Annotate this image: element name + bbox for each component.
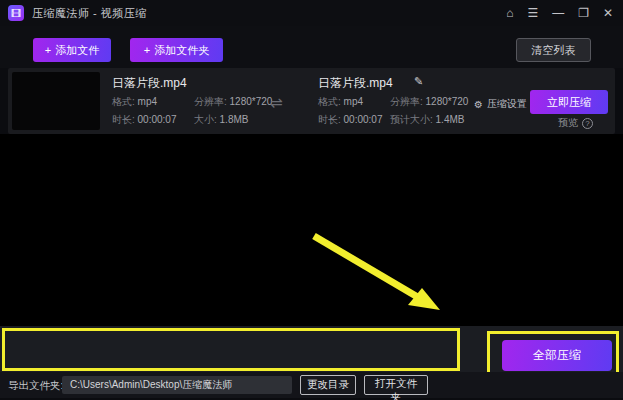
file-list-item[interactable]: 日落片段.mp4 格式: mp4 分辨率: 1280*720 时长: 00:00… [8, 68, 615, 134]
add-folder-button[interactable]: + 添加文件夹 [130, 38, 223, 62]
source-file-name: 日落片段.mp4 [112, 75, 187, 92]
output-estimated-size: 预计大小: 1.4MB [390, 113, 464, 127]
title-bar: 🎞 压缩魔法师 - 视频压缩 ⌂ ☰ — ❐ ✕ [0, 0, 623, 26]
compression-settings-label: 压缩设置 [487, 97, 527, 111]
video-thumbnail [12, 72, 100, 130]
change-directory-button[interactable]: 更改目录 [300, 375, 356, 395]
compression-settings-button[interactable]: ⚙ 压缩设置 [474, 97, 527, 111]
window-controls: ⌂ ☰ — ❐ ✕ [506, 0, 613, 26]
preview-link[interactable]: 预览 ? [558, 116, 593, 130]
output-duration: 时长: 00:00:07 [318, 113, 383, 127]
exchange-arrows-icon: ⇌ [270, 94, 283, 112]
output-resolution: 分辨率: 1280*720 [390, 95, 468, 109]
add-file-button[interactable]: + 添加文件 [33, 38, 111, 62]
export-folder-label: 导出文件夹: [8, 372, 63, 398]
compress-all-button[interactable]: 全部压缩 [502, 340, 612, 371]
window-title: 压缩魔法师 - 视频压缩 [32, 6, 147, 21]
source-duration: 时长: 00:00:07 [112, 113, 177, 127]
menu-icon[interactable]: ☰ [527, 0, 538, 26]
preview-label: 预览 [558, 116, 578, 130]
source-format: 格式: mp4 [112, 95, 157, 109]
source-resolution: 分辨率: 1280*720 [194, 95, 272, 109]
maximize-icon[interactable]: ❐ [578, 0, 589, 26]
minimize-icon[interactable]: — [552, 0, 564, 26]
home-icon[interactable]: ⌂ [506, 0, 513, 26]
add-file-label: 添加文件 [55, 43, 99, 58]
app-logo-icon: 🎞 [8, 5, 24, 21]
source-size: 大小: 1.8MB [194, 113, 248, 127]
app-window: 🎞 压缩魔法师 - 视频压缩 ⌂ ☰ — ❐ ✕ + 添加文件 + 添加文件夹 … [0, 0, 623, 400]
compress-now-button[interactable]: 立即压缩 [530, 90, 608, 114]
open-folder-button[interactable]: 打开文件夹 [364, 375, 428, 395]
close-icon[interactable]: ✕ [603, 0, 613, 26]
edit-name-icon[interactable]: ✎ [414, 75, 423, 88]
export-path-field[interactable] [62, 376, 292, 394]
plus-icon: + [144, 44, 150, 56]
add-folder-label: 添加文件夹 [154, 43, 209, 58]
file-list-empty-area [0, 134, 623, 326]
toolbar: + 添加文件 + 添加文件夹 清空列表 [0, 26, 623, 68]
clear-list-button[interactable]: 清空列表 [516, 38, 591, 62]
plus-icon: + [45, 44, 51, 56]
output-file-name: 日落片段.mp4 [318, 75, 393, 92]
output-format: 格式: mp4 [318, 95, 363, 109]
preview-help-icon: ? [582, 118, 593, 129]
export-bar: 导出文件夹: 更改目录 打开文件夹 [0, 372, 623, 398]
gear-icon: ⚙ [474, 99, 483, 110]
